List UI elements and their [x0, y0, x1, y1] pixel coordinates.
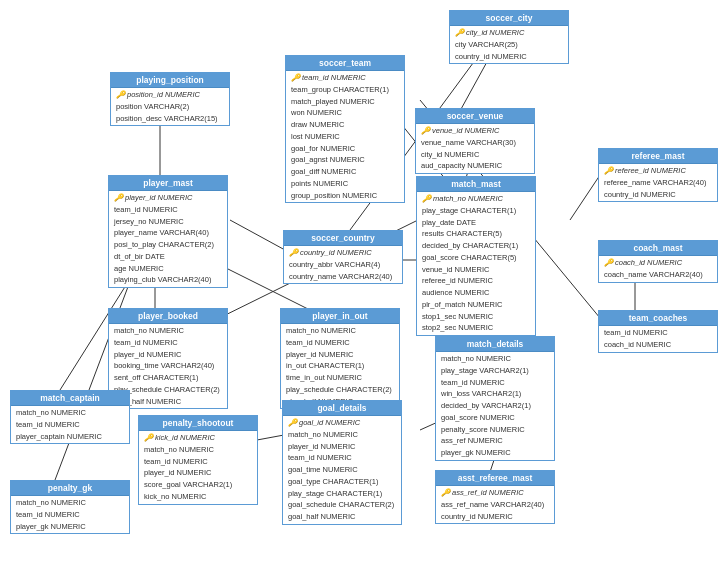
table-header-match_details: match_details — [436, 337, 554, 352]
table-body-soccer_country: 🔑country_id NUMERICcountry_abbr VARCHAR(… — [284, 246, 402, 283]
table-row-match_mast-0: 🔑match_no NUMERIC — [417, 193, 535, 205]
table-row-soccer_team-0: 🔑team_id NUMERIC — [286, 72, 404, 84]
table-row-goal_details-0: 🔑goal_id NUMERIC — [283, 417, 401, 429]
table-row-coach_mast-1: coach_name VARCHAR2(40) — [599, 269, 717, 281]
table-row-soccer_team-2: match_played NUMERIC — [286, 96, 404, 108]
erd-diagram: soccer_city🔑city_id NUMERICcity VARCHAR(… — [0, 0, 728, 582]
table-row-match_details-1: play_stage VARCHAR2(1) — [436, 365, 554, 377]
table-playing_position: playing_position🔑position_id NUMERICposi… — [110, 72, 230, 126]
table-penalty_gk: penalty_gkmatch_no NUMERICteam_id NUMERI… — [10, 480, 130, 534]
table-match_captain: match_captainmatch_no NUMERICteam_id NUM… — [10, 390, 130, 444]
table-row-goal_details-1: match_no NUMERIC — [283, 429, 401, 441]
table-row-player_in_out-2: player_id NUMERIC — [281, 349, 399, 361]
table-match_mast: match_mast🔑match_no NUMERICplay_stage CH… — [416, 176, 536, 336]
table-row-match_captain-0: match_no NUMERIC — [11, 407, 129, 419]
table-player_in_out: player_in_outmatch_no NUMERICteam_id NUM… — [280, 308, 400, 409]
table-header-match_captain: match_captain — [11, 391, 129, 406]
table-row-player_in_out-3: in_out CHARACTER(1) — [281, 360, 399, 372]
table-row-player_in_out-1: team_id NUMERIC — [281, 337, 399, 349]
table-row-match_details-0: match_no NUMERIC — [436, 353, 554, 365]
table-row-referee_mast-1: referee_name VARCHAR2(40) — [599, 177, 717, 189]
table-row-soccer_team-9: points NUMERIC — [286, 178, 404, 190]
table-row-goal_details-5: goal_type CHARACTER(1) — [283, 476, 401, 488]
table-body-soccer_city: 🔑city_id NUMERICcity VARCHAR(25)country_… — [450, 26, 568, 63]
table-row-team_coaches-0: team_id NUMERIC — [599, 327, 717, 339]
table-row-soccer_team-5: lost NUMERIC — [286, 131, 404, 143]
table-row-referee_mast-2: country_id NUMERIC — [599, 189, 717, 201]
table-row-goal_details-2: player_id NUMERIC — [283, 441, 401, 453]
table-body-penalty_shootout: 🔑kick_id NUMERICmatch_no NUMERICteam_id … — [139, 431, 257, 504]
table-row-goal_details-8: goal_half NUMERIC — [283, 511, 401, 523]
table-row-match_mast-10: stop1_sec NUMERIC — [417, 311, 535, 323]
table-header-player_booked: player_booked — [109, 309, 227, 324]
table-body-coach_mast: 🔑coach_id NUMERICcoach_name VARCHAR2(40) — [599, 256, 717, 282]
table-player_mast: player_mast🔑player_id NUMERICteam_id NUM… — [108, 175, 228, 288]
table-row-match_details-4: decided_by VARCHAR2(1) — [436, 400, 554, 412]
table-soccer_team: soccer_team🔑team_id NUMERICteam_group CH… — [285, 55, 405, 203]
table-row-match_details-8: player_gk NUMERIC — [436, 447, 554, 459]
table-row-match_mast-3: results CHARACTER(5) — [417, 228, 535, 240]
table-row-coach_mast-0: 🔑coach_id NUMERIC — [599, 257, 717, 269]
table-body-referee_mast: 🔑referee_id NUMERICreferee_name VARCHAR2… — [599, 164, 717, 201]
table-header-referee_mast: referee_mast — [599, 149, 717, 164]
table-row-soccer_team-6: goal_for NUMERIC — [286, 143, 404, 155]
table-row-referee_mast-0: 🔑referee_id NUMERIC — [599, 165, 717, 177]
table-row-match_mast-1: play_stage CHARACTER(1) — [417, 205, 535, 217]
table-row-soccer_country-2: country_name VARCHAR2(40) — [284, 271, 402, 283]
table-row-match_details-6: penalty_score NUMERIC — [436, 424, 554, 436]
table-header-penalty_gk: penalty_gk — [11, 481, 129, 496]
table-header-soccer_team: soccer_team — [286, 56, 404, 71]
table-row-penalty_shootout-3: player_id NUMERIC — [139, 467, 257, 479]
table-row-player_booked-3: booking_time VARCHAR2(40) — [109, 360, 227, 372]
table-body-match_captain: match_no NUMERICteam_id NUMERICplayer_ca… — [11, 406, 129, 443]
table-row-soccer_team-4: draw NUMERIC — [286, 119, 404, 131]
table-header-soccer_country: soccer_country — [284, 231, 402, 246]
table-row-match_mast-8: audience NUMERIC — [417, 287, 535, 299]
table-body-match_mast: 🔑match_no NUMERICplay_stage CHARACTER(1)… — [417, 192, 535, 335]
table-soccer_venue: soccer_venue🔑venue_id NUMERICvenue_name … — [415, 108, 535, 174]
table-row-player_mast-6: age NUMERIC — [109, 263, 227, 275]
table-header-goal_details: goal_details — [283, 401, 401, 416]
table-goal_details: goal_details🔑goal_id NUMERICmatch_no NUM… — [282, 400, 402, 525]
table-row-player_mast-4: posi_to_play CHARACTER(2) — [109, 239, 227, 251]
table-row-player_booked-4: sent_off CHARACTER(1) — [109, 372, 227, 384]
table-coach_mast: coach_mast🔑coach_id NUMERICcoach_name VA… — [598, 240, 718, 283]
table-row-asst_referee_mast-2: country_id NUMERIC — [436, 511, 554, 523]
table-body-player_in_out: match_no NUMERICteam_id NUMERICplayer_id… — [281, 324, 399, 408]
table-row-match_mast-11: stop2_sec NUMERIC — [417, 322, 535, 334]
table-header-match_mast: match_mast — [417, 177, 535, 192]
table-row-player_mast-3: player_name VARCHAR(40) — [109, 227, 227, 239]
table-row-soccer_city-2: country_id NUMERIC — [450, 51, 568, 63]
table-row-penalty_shootout-0: 🔑kick_id NUMERIC — [139, 432, 257, 444]
table-row-player_mast-2: jersey_no NUMERIC — [109, 216, 227, 228]
table-row-match_details-7: ass_ref NUMERIC — [436, 435, 554, 447]
table-body-asst_referee_mast: 🔑ass_ref_id NUMERICass_ref_name VARCHAR2… — [436, 486, 554, 523]
table-row-match_details-2: team_id NUMERIC — [436, 377, 554, 389]
table-row-soccer_team-8: goal_diff NUMERIC — [286, 166, 404, 178]
table-row-penalty_gk-1: team_id NUMERIC — [11, 509, 129, 521]
table-row-soccer_venue-1: venue_name VARCHAR(30) — [416, 137, 534, 149]
svg-line-9 — [230, 220, 285, 250]
table-row-match_details-5: goal_score NUMERIC — [436, 412, 554, 424]
table-row-match_mast-4: decided_by CHARACTER(1) — [417, 240, 535, 252]
table-row-player_mast-5: dt_of_bir DATE — [109, 251, 227, 263]
table-header-coach_mast: coach_mast — [599, 241, 717, 256]
table-header-team_coaches: team_coaches — [599, 311, 717, 326]
table-header-playing_position: playing_position — [111, 73, 229, 88]
table-row-player_booked-0: match_no NUMERIC — [109, 325, 227, 337]
table-body-soccer_venue: 🔑venue_id NUMERICvenue_name VARCHAR(30)c… — [416, 124, 534, 173]
table-row-player_in_out-0: match_no NUMERIC — [281, 325, 399, 337]
table-header-penalty_shootout: penalty_shootout — [139, 416, 257, 431]
table-match_details: match_detailsmatch_no NUMERICplay_stage … — [435, 336, 555, 461]
table-row-player_mast-7: playing_club VARCHAR2(40) — [109, 274, 227, 286]
table-body-team_coaches: team_id NUMERICcoach_id NUMERIC — [599, 326, 717, 352]
table-row-asst_referee_mast-0: 🔑ass_ref_id NUMERIC — [436, 487, 554, 499]
table-row-team_coaches-1: coach_id NUMERIC — [599, 339, 717, 351]
table-row-player_mast-1: team_id NUMERIC — [109, 204, 227, 216]
table-row-playing_position-2: position_desc VARCHAR2(15) — [111, 113, 229, 125]
table-row-player_booked-1: team_id NUMERIC — [109, 337, 227, 349]
table-row-soccer_venue-3: aud_capacity NUMERIC — [416, 160, 534, 172]
table-soccer_city: soccer_city🔑city_id NUMERICcity VARCHAR(… — [449, 10, 569, 64]
table-row-soccer_team-7: goal_agnst NUMERIC — [286, 154, 404, 166]
table-row-penalty_shootout-4: score_goal VARCHAR2(1) — [139, 479, 257, 491]
